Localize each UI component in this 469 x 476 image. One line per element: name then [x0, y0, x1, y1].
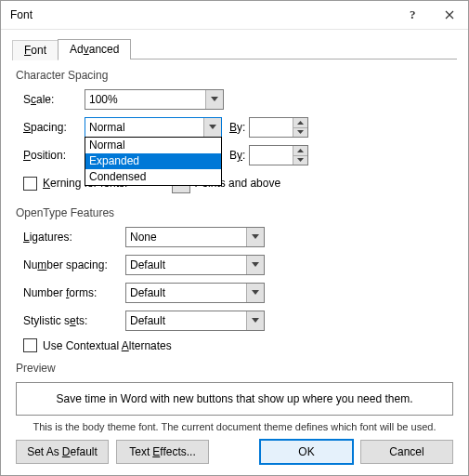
window-title: Font — [10, 8, 394, 21]
svg-text:?: ? — [410, 8, 416, 21]
ligatures-combo[interactable]: None — [125, 227, 265, 247]
titlebar: Font ? — [1, 1, 468, 30]
preview-box: Save time in Word with new buttons that … — [16, 382, 453, 416]
scale-combo[interactable]: 100% — [85, 89, 224, 110]
close-button[interactable] — [431, 1, 468, 29]
spacing-label: Spacing: — [23, 121, 85, 134]
position-label: Position: — [23, 149, 85, 162]
set-as-default-button[interactable]: Set As Default — [16, 440, 109, 464]
number-spacing-combo[interactable]: Default — [125, 255, 265, 275]
spacing-option-condensed[interactable]: Condensed — [85, 169, 221, 185]
contextual-alternates-label: Use Contextual Alternates — [43, 339, 172, 352]
spacing-option-normal[interactable]: Normal — [85, 138, 221, 153]
ok-button[interactable]: OK — [260, 440, 353, 464]
dialog-footer: Set As Default Text Effects... OK Cancel — [1, 440, 468, 464]
chevron-down-icon[interactable] — [246, 256, 264, 274]
spacing-option-expanded[interactable]: Expanded — [85, 153, 221, 169]
spacing-by-label: By: — [229, 121, 245, 134]
chevron-down-icon[interactable] — [293, 128, 307, 138]
spacing-dropdown-list[interactable]: Normal Expanded Condensed — [85, 137, 222, 186]
group-preview: Preview — [16, 362, 453, 375]
cancel-button[interactable]: Cancel — [360, 440, 453, 464]
chevron-down-icon[interactable] — [203, 118, 221, 137]
preview-sample: Save time in Word with new buttons that … — [57, 392, 413, 405]
number-forms-label: Number forms: — [23, 286, 125, 299]
number-spacing-label: Number spacing: — [23, 258, 125, 271]
chevron-up-icon[interactable] — [293, 146, 307, 156]
position-by-spinner[interactable] — [249, 145, 308, 165]
spacing-by-spinner[interactable] — [249, 117, 308, 138]
text-effects-button[interactable]: Text Effects... — [116, 440, 209, 464]
tab-strip: Font Advanced — [12, 37, 468, 60]
tab-advanced[interactable]: Advanced — [58, 39, 131, 60]
scale-value: 100% — [85, 90, 205, 109]
stylistic-sets-combo[interactable]: Default — [125, 311, 265, 331]
ligatures-label: Ligatures: — [23, 231, 125, 244]
group-character-spacing: Character Spacing — [16, 69, 453, 82]
chevron-up-icon[interactable] — [293, 118, 307, 128]
chevron-down-icon[interactable] — [246, 284, 264, 302]
scale-label: Scale: — [23, 93, 85, 106]
font-dialog: Font ? Font Advanced Character Spacing S… — [0, 0, 469, 476]
group-opentype: OpenType Features — [16, 206, 453, 219]
chevron-down-icon[interactable] — [246, 311, 264, 330]
stylistic-sets-label: Stylistic sets: — [23, 314, 125, 327]
kerning-checkbox[interactable] — [23, 177, 37, 191]
preview-hint: This is the body theme font. The current… — [16, 421, 453, 432]
spacing-combo[interactable]: Normal Normal Expanded Condensed — [85, 117, 222, 138]
chevron-down-icon[interactable] — [205, 90, 223, 109]
contextual-alternates-checkbox[interactable] — [23, 338, 37, 352]
number-forms-combo[interactable]: Default — [125, 283, 265, 303]
position-by-label: By: — [229, 149, 245, 162]
help-button[interactable]: ? — [394, 1, 431, 29]
chevron-down-icon[interactable] — [293, 156, 307, 165]
spacing-value: Normal — [85, 118, 203, 137]
chevron-down-icon[interactable] — [246, 228, 264, 246]
tab-font[interactable]: Font — [12, 40, 59, 60]
